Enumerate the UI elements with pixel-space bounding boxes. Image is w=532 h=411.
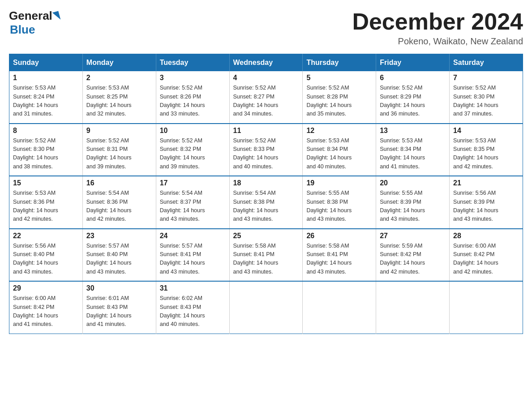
- calendar-cell: 5 Sunrise: 5:52 AMSunset: 8:28 PMDayligh…: [303, 71, 376, 124]
- day-info: Sunrise: 6:00 AMSunset: 8:42 PMDaylight:…: [453, 243, 498, 275]
- calendar-cell: 30 Sunrise: 6:01 AMSunset: 8:43 PMDaylig…: [82, 281, 156, 334]
- calendar-cell: 22 Sunrise: 5:56 AMSunset: 8:40 PMDaylig…: [9, 229, 83, 282]
- day-info: Sunrise: 5:52 AMSunset: 8:26 PMDaylight:…: [160, 85, 205, 117]
- header-friday: Friday: [376, 54, 450, 72]
- calendar-cell: 28 Sunrise: 6:00 AMSunset: 8:42 PMDaylig…: [450, 229, 523, 282]
- day-number: 18: [233, 179, 299, 187]
- calendar-cell: 9 Sunrise: 5:52 AMSunset: 8:31 PMDayligh…: [82, 124, 156, 176]
- header-monday: Monday: [82, 54, 156, 72]
- day-number: 9: [86, 127, 152, 135]
- calendar-cell: 1 Sunrise: 5:53 AMSunset: 8:24 PMDayligh…: [9, 71, 83, 124]
- calendar-cell: 4 Sunrise: 5:52 AMSunset: 8:27 PMDayligh…: [229, 71, 303, 124]
- calendar-week-2: 8 Sunrise: 5:52 AMSunset: 8:30 PMDayligh…: [9, 124, 523, 176]
- day-info: Sunrise: 5:53 AMSunset: 8:36 PMDaylight:…: [13, 190, 58, 222]
- day-info: Sunrise: 5:52 AMSunset: 8:31 PMDaylight:…: [86, 137, 132, 170]
- day-info: Sunrise: 5:55 AMSunset: 8:39 PMDaylight:…: [380, 190, 425, 222]
- day-info: Sunrise: 5:53 AMSunset: 8:34 PMDaylight:…: [306, 137, 352, 170]
- calendar-week-3: 15 Sunrise: 5:53 AMSunset: 8:36 PMDaylig…: [9, 176, 523, 229]
- calendar-week-5: 29 Sunrise: 6:00 AMSunset: 8:42 PMDaylig…: [9, 281, 523, 334]
- calendar-cell: 31 Sunrise: 6:02 AMSunset: 8:43 PMDaylig…: [156, 281, 229, 334]
- day-number: 12: [306, 127, 372, 135]
- day-info: Sunrise: 5:55 AMSunset: 8:38 PMDaylight:…: [306, 190, 352, 222]
- day-info: Sunrise: 5:53 AMSunset: 8:24 PMDaylight:…: [13, 85, 58, 117]
- day-info: Sunrise: 5:54 AMSunset: 8:38 PMDaylight:…: [233, 190, 279, 222]
- calendar-cell: 13 Sunrise: 5:53 AMSunset: 8:34 PMDaylig…: [376, 124, 450, 176]
- day-number: 19: [306, 179, 372, 187]
- calendar-table: SundayMondayTuesdayWednesdayThursdayFrid…: [9, 54, 523, 334]
- day-number: 29: [13, 284, 79, 292]
- day-info: Sunrise: 5:52 AMSunset: 8:30 PMDaylight:…: [453, 85, 498, 117]
- calendar-cell: [229, 281, 303, 334]
- page-header: General Blue December 2024 Pokeno, Waika…: [9, 9, 523, 47]
- day-number: 14: [453, 127, 519, 135]
- calendar-week-4: 22 Sunrise: 5:56 AMSunset: 8:40 PMDaylig…: [9, 229, 523, 282]
- day-number: 21: [453, 179, 519, 187]
- day-info: Sunrise: 5:52 AMSunset: 8:30 PMDaylight:…: [13, 137, 58, 170]
- day-info: Sunrise: 5:58 AMSunset: 8:41 PMDaylight:…: [233, 243, 279, 275]
- day-number: 13: [380, 127, 446, 135]
- logo-arrow-icon: [52, 11, 60, 21]
- calendar-cell: 15 Sunrise: 5:53 AMSunset: 8:36 PMDaylig…: [9, 176, 83, 229]
- day-number: 27: [380, 232, 446, 240]
- day-info: Sunrise: 5:59 AMSunset: 8:42 PMDaylight:…: [380, 243, 425, 275]
- day-number: 4: [233, 74, 299, 82]
- day-number: 26: [306, 232, 372, 240]
- header-thursday: Thursday: [303, 54, 376, 72]
- calendar-cell: 7 Sunrise: 5:52 AMSunset: 8:30 PMDayligh…: [450, 71, 523, 124]
- calendar-cell: [376, 281, 450, 334]
- calendar-cell: 10 Sunrise: 5:52 AMSunset: 8:32 PMDaylig…: [156, 124, 229, 176]
- day-info: Sunrise: 5:54 AMSunset: 8:37 PMDaylight:…: [160, 190, 205, 222]
- title-section: December 2024 Pokeno, Waikato, New Zeala…: [352, 9, 523, 47]
- logo: General Blue: [9, 9, 60, 37]
- calendar-cell: 20 Sunrise: 5:55 AMSunset: 8:39 PMDaylig…: [376, 176, 450, 229]
- calendar-cell: 12 Sunrise: 5:53 AMSunset: 8:34 PMDaylig…: [303, 124, 376, 176]
- day-info: Sunrise: 5:57 AMSunset: 8:41 PMDaylight:…: [160, 243, 205, 275]
- calendar-cell: 23 Sunrise: 5:57 AMSunset: 8:40 PMDaylig…: [82, 229, 156, 282]
- day-number: 11: [233, 127, 299, 135]
- day-number: 22: [13, 232, 79, 240]
- day-number: 20: [380, 179, 446, 187]
- header-wednesday: Wednesday: [229, 54, 303, 72]
- day-number: 8: [13, 127, 79, 135]
- calendar-cell: 17 Sunrise: 5:54 AMSunset: 8:37 PMDaylig…: [156, 176, 229, 229]
- logo-general-text: General: [9, 9, 52, 23]
- calendar-cell: 25 Sunrise: 5:58 AMSunset: 8:41 PMDaylig…: [229, 229, 303, 282]
- day-number: 10: [160, 127, 226, 135]
- day-info: Sunrise: 5:52 AMSunset: 8:28 PMDaylight:…: [306, 85, 352, 117]
- calendar-cell: 11 Sunrise: 5:52 AMSunset: 8:33 PMDaylig…: [229, 124, 303, 176]
- day-info: Sunrise: 5:53 AMSunset: 8:34 PMDaylight:…: [380, 137, 425, 170]
- day-number: 7: [453, 74, 519, 82]
- day-number: 16: [86, 179, 152, 187]
- calendar-cell: 29 Sunrise: 6:00 AMSunset: 8:42 PMDaylig…: [9, 281, 83, 334]
- day-number: 31: [160, 284, 226, 292]
- calendar-cell: 27 Sunrise: 5:59 AMSunset: 8:42 PMDaylig…: [376, 229, 450, 282]
- calendar-cell: 18 Sunrise: 5:54 AMSunset: 8:38 PMDaylig…: [229, 176, 303, 229]
- calendar-cell: [303, 281, 376, 334]
- day-info: Sunrise: 5:56 AMSunset: 8:39 PMDaylight:…: [453, 190, 498, 222]
- calendar-header-row: SundayMondayTuesdayWednesdayThursdayFrid…: [9, 54, 523, 72]
- calendar-cell: 21 Sunrise: 5:56 AMSunset: 8:39 PMDaylig…: [450, 176, 523, 229]
- day-number: 15: [13, 179, 79, 187]
- day-number: 28: [453, 232, 519, 240]
- calendar-cell: 16 Sunrise: 5:54 AMSunset: 8:36 PMDaylig…: [82, 176, 156, 229]
- logo-blue-text: Blue: [10, 23, 35, 36]
- day-info: Sunrise: 5:52 AMSunset: 8:32 PMDaylight:…: [160, 137, 205, 170]
- calendar-cell: [450, 281, 523, 334]
- day-info: Sunrise: 6:02 AMSunset: 8:43 PMDaylight:…: [160, 295, 205, 327]
- day-info: Sunrise: 6:00 AMSunset: 8:42 PMDaylight:…: [13, 295, 58, 327]
- day-number: 2: [86, 74, 152, 82]
- calendar-cell: 14 Sunrise: 5:53 AMSunset: 8:35 PMDaylig…: [450, 124, 523, 176]
- header-sunday: Sunday: [9, 54, 83, 72]
- day-info: Sunrise: 5:53 AMSunset: 8:35 PMDaylight:…: [453, 137, 498, 170]
- day-number: 6: [380, 74, 446, 82]
- day-number: 17: [160, 179, 226, 187]
- day-info: Sunrise: 5:57 AMSunset: 8:40 PMDaylight:…: [86, 243, 132, 275]
- day-number: 23: [86, 232, 152, 240]
- calendar-cell: 6 Sunrise: 5:52 AMSunset: 8:29 PMDayligh…: [376, 71, 450, 124]
- day-number: 24: [160, 232, 226, 240]
- day-info: Sunrise: 5:56 AMSunset: 8:40 PMDaylight:…: [13, 243, 58, 275]
- calendar-week-1: 1 Sunrise: 5:53 AMSunset: 8:24 PMDayligh…: [9, 71, 523, 124]
- day-info: Sunrise: 6:01 AMSunset: 8:43 PMDaylight:…: [86, 295, 132, 327]
- header-tuesday: Tuesday: [156, 54, 229, 72]
- day-number: 1: [13, 74, 79, 82]
